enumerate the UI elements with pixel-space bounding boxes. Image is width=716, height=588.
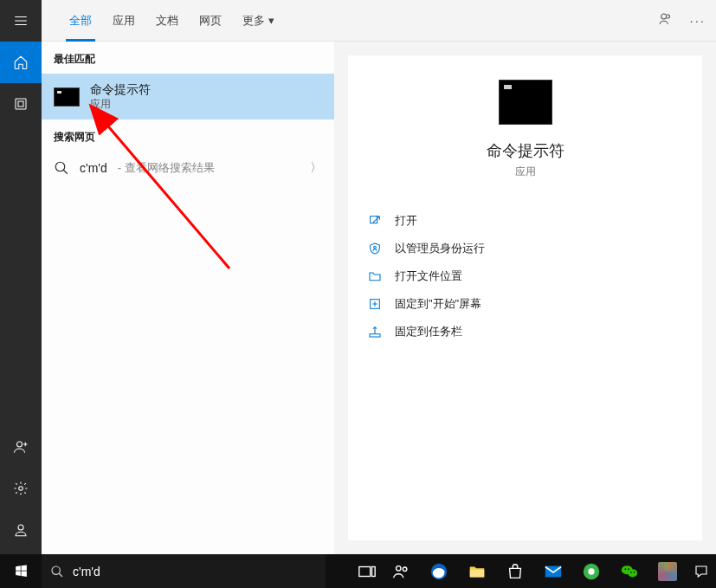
folder-icon xyxy=(368,269,382,283)
task-view-icon xyxy=(358,562,377,581)
feedback-icon xyxy=(658,11,674,27)
detail-pane: 命令提示符 应用 打开 以管理员身份运行 打开文件位置 固定到"开始"屏幕 固定… xyxy=(334,42,716,554)
action-list: 打开 以管理员身份运行 打开文件位置 固定到"开始"屏幕 固定到任务栏 xyxy=(348,204,702,349)
svg-point-5 xyxy=(661,14,667,19)
svg-point-6 xyxy=(55,162,65,171)
taskbar-search[interactable] xyxy=(42,554,326,588)
more-options-button[interactable]: ··· xyxy=(689,13,706,28)
detail-title: 命令提示符 xyxy=(348,140,702,161)
svg-rect-10 xyxy=(370,334,380,337)
shield-icon xyxy=(368,242,382,255)
app-wechat[interactable] xyxy=(610,554,648,588)
account-button[interactable] xyxy=(0,426,42,468)
tab-more[interactable]: 更多 ▾ xyxy=(232,0,285,42)
tab-web[interactable]: 网页 xyxy=(189,0,232,42)
web-search-hint: - 查看网络搜索结果 xyxy=(118,160,215,176)
action-label: 以管理员身份运行 xyxy=(395,241,485,256)
person-add-icon xyxy=(13,439,29,455)
notifications-button[interactable] xyxy=(687,554,716,588)
folder-icon xyxy=(468,562,487,581)
task-view-button[interactable] xyxy=(352,554,382,588)
menu-icon xyxy=(13,13,29,29)
start-button[interactable] xyxy=(0,554,42,588)
search-results: 最佳匹配 命令提示符 应用 搜索网页 c'm'd - 查看网络搜索结果 〉 xyxy=(42,42,334,554)
hamburger-menu-button[interactable] xyxy=(0,0,42,42)
svg-point-25 xyxy=(630,572,632,573)
action-pin-start[interactable]: 固定到"开始"屏幕 xyxy=(364,290,687,318)
tab-all[interactable]: 全部 xyxy=(59,0,102,42)
svg-point-26 xyxy=(634,572,635,573)
home-icon xyxy=(13,55,29,70)
svg-point-2 xyxy=(17,442,23,447)
svg-rect-13 xyxy=(372,566,376,576)
svg-point-24 xyxy=(628,568,629,570)
chevron-down-icon: ▾ xyxy=(268,14,274,27)
tray-avatar[interactable] xyxy=(648,554,687,588)
svg-rect-0 xyxy=(16,99,26,109)
action-label: 打开 xyxy=(395,213,417,229)
settings-button[interactable] xyxy=(0,468,42,509)
best-match-header: 最佳匹配 xyxy=(42,42,334,74)
svg-rect-1 xyxy=(18,101,23,107)
switch-user-button[interactable] xyxy=(0,509,42,551)
mail-icon xyxy=(544,562,563,581)
svg-rect-12 xyxy=(359,566,371,576)
chevron-right-icon: 〉 xyxy=(310,160,322,176)
pin-start-icon xyxy=(368,297,382,311)
svg-point-22 xyxy=(628,569,637,577)
app-large-icon xyxy=(499,80,552,125)
app-edge[interactable] xyxy=(420,554,458,588)
search-sidebar xyxy=(0,0,42,554)
action-label: 固定到"开始"屏幕 xyxy=(395,296,481,312)
action-label: 打开文件位置 xyxy=(395,268,462,284)
search-tabs: 全部 应用 文档 网页 更多 ▾ ··· xyxy=(42,0,716,42)
app-explorer[interactable] xyxy=(458,554,496,588)
search-input[interactable] xyxy=(73,554,317,588)
web-search-item[interactable]: c'm'd - 查看网络搜索结果 〉 xyxy=(42,152,334,184)
svg-point-14 xyxy=(397,565,402,571)
svg-point-23 xyxy=(625,568,627,570)
notification-icon xyxy=(693,564,709,579)
action-run-admin[interactable]: 以管理员身份运行 xyxy=(364,235,687,262)
open-icon xyxy=(368,214,382,228)
best-match-title: 命令提示符 xyxy=(90,82,151,98)
action-open[interactable]: 打开 xyxy=(364,207,687,235)
gear-icon xyxy=(13,481,29,496)
cmd-thumbnail-icon xyxy=(54,87,80,107)
wechat-icon xyxy=(620,562,639,581)
search-web-header: 搜索网页 xyxy=(42,120,334,152)
action-open-location[interactable]: 打开文件位置 xyxy=(364,262,687,290)
home-button[interactable] xyxy=(0,42,42,83)
people-icon xyxy=(391,562,410,581)
person-icon xyxy=(13,522,29,538)
app-mail[interactable] xyxy=(534,554,572,588)
best-match-subtitle: 应用 xyxy=(90,98,151,111)
edge-icon xyxy=(429,562,448,581)
pin-taskbar-icon xyxy=(368,325,382,339)
svg-point-15 xyxy=(403,566,407,571)
feedback-button[interactable] xyxy=(658,11,674,29)
tab-docs[interactable]: 文档 xyxy=(145,0,189,42)
detail-card: 命令提示符 应用 打开 以管理员身份运行 打开文件位置 固定到"开始"屏幕 固定… xyxy=(348,55,702,540)
app-360[interactable] xyxy=(572,554,610,588)
svg-point-3 xyxy=(19,487,23,491)
svg-point-4 xyxy=(18,525,23,530)
apps-icon xyxy=(13,96,29,112)
windows-logo-icon xyxy=(14,564,29,578)
apps-button[interactable] xyxy=(0,83,42,125)
app-people[interactable] xyxy=(382,554,420,588)
svg-point-8 xyxy=(374,246,377,249)
best-match-item[interactable]: 命令提示符 应用 xyxy=(42,74,334,120)
action-pin-taskbar[interactable]: 固定到任务栏 xyxy=(364,318,687,346)
svg-point-11 xyxy=(52,566,60,574)
avatar-icon xyxy=(658,562,677,581)
taskbar xyxy=(0,554,716,588)
search-icon xyxy=(50,565,64,578)
app-store[interactable] xyxy=(496,554,534,588)
tab-apps[interactable]: 应用 xyxy=(102,0,145,42)
search-icon xyxy=(54,160,69,176)
store-icon xyxy=(506,562,525,581)
svg-point-20 xyxy=(588,568,594,574)
svg-rect-17 xyxy=(470,570,485,577)
detail-subtitle: 应用 xyxy=(348,165,702,179)
